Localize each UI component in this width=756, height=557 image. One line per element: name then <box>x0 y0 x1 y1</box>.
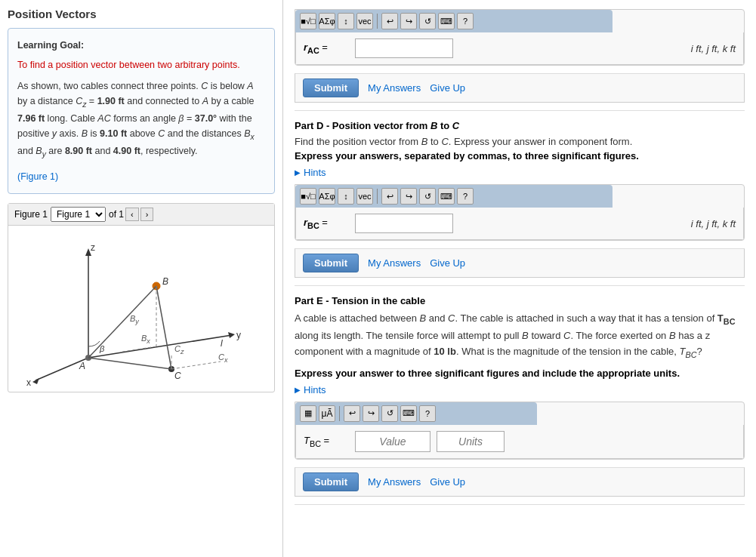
svg-line-3 <box>88 335 232 358</box>
part-d-section: Part D - Position vector from B to C Fin… <box>295 111 745 286</box>
part-e-title: Part E - Tension in the cable <box>295 295 745 306</box>
figure-link[interactable]: (Figure 1) <box>17 169 265 184</box>
part-e-mu-icon[interactable]: μÃ <box>319 405 335 422</box>
part-e-submit-row: Submit My Answers Give Up <box>295 467 745 497</box>
part-e-input-row: TBC = <box>295 425 744 459</box>
part-c-label: rAC = <box>304 42 349 55</box>
part-d-input-row: rBC = i ft, j ft, k ft <box>295 208 744 240</box>
figure-of: of 1 <box>109 209 124 220</box>
arrows-icon[interactable]: ↕ <box>338 13 354 29</box>
part-d-submit-row: Submit My Answers Give Up <box>295 248 745 278</box>
part-d-give-up-link[interactable]: Give Up <box>430 257 465 269</box>
part-e-hints-link[interactable]: Hints <box>295 384 326 395</box>
svg-text:By: By <box>130 314 139 325</box>
svg-text:z: z <box>91 242 95 253</box>
part-c-submit-row: Submit My Answers Give Up <box>295 73 745 103</box>
part-d-my-answers-link[interactable]: My Answers <box>368 257 421 269</box>
part-e-redo-icon[interactable]: ↪ <box>363 405 379 422</box>
figure-prev-button[interactable]: ‹ <box>125 208 139 221</box>
part-d-keyboard-icon[interactable]: ⌨ <box>438 188 455 205</box>
svg-text:y: y <box>236 330 241 340</box>
part-e-units-input[interactable] <box>437 431 505 452</box>
part-c-input-row: rAC = i ft, j ft, k ft <box>295 32 744 65</box>
part-d-redo-icon[interactable]: ↪ <box>400 188 417 205</box>
help-icon[interactable]: ? <box>457 13 474 29</box>
figure-header: Figure 1 Figure 1 of 1 ‹ › <box>8 204 274 226</box>
part-d-arrows-icon[interactable]: ↕ <box>338 188 354 205</box>
part-d-title: Part D - Position vector from B to C <box>295 120 745 131</box>
svg-line-15 <box>88 358 171 369</box>
part-d-reset-icon[interactable]: ↺ <box>419 188 436 205</box>
part-d-label: Part D - Position vector from B to C <box>295 120 459 131</box>
right-panel: ■√□ ΑΣφ ↕ vec ↩ ↪ ↺ ⌨ ? rAC = i ft, j ft… <box>283 0 756 557</box>
part-e-grid-icon[interactable]: ▦ <box>300 405 316 422</box>
part-d-input[interactable] <box>355 214 453 233</box>
part-e-instruction: Express your answer to three significant… <box>295 368 745 379</box>
figure-label: Figure 1 <box>14 209 48 220</box>
part-e-value-input[interactable] <box>355 431 430 452</box>
part-d-answer-box: ■√□ ΑΣφ ↕ vec ↩ ↪ ↺ ⌨ ? rBC = i ft, j ft… <box>295 184 745 241</box>
redo-icon[interactable]: ↪ <box>400 13 417 29</box>
part-d-instruction: Express your answers, separated by comma… <box>295 150 745 162</box>
part-d-undo-icon[interactable]: ↩ <box>381 188 398 205</box>
part-c-submit-button[interactable]: Submit <box>303 78 359 97</box>
part-d-submit-button[interactable]: Submit <box>303 254 359 272</box>
svg-text:Cz: Cz <box>174 344 184 355</box>
svg-marker-4 <box>228 332 235 338</box>
reset-icon[interactable]: ↺ <box>419 13 436 29</box>
part-e-reset-icon[interactable]: ↺ <box>381 405 398 422</box>
part-e-help-icon[interactable]: ? <box>419 405 436 422</box>
part-d-hints-link[interactable]: Hints <box>295 167 326 178</box>
part-d-help-icon[interactable]: ? <box>457 188 474 205</box>
part-d-toolbar: ■√□ ΑΣφ ↕ vec ↩ ↪ ↺ ⌨ ? <box>295 185 613 208</box>
left-panel: Position Vectors Learning Goal: To find … <box>0 0 283 557</box>
part-c-give-up-link[interactable]: Give Up <box>430 82 465 94</box>
part-d-greek-icon[interactable]: ΑΣφ <box>319 188 335 205</box>
part-e-label: TBC = <box>304 435 349 448</box>
svg-text:B: B <box>162 276 168 287</box>
svg-line-18 <box>171 362 221 369</box>
part-d-vec-icon[interactable]: vec <box>356 188 373 205</box>
part-c-toolbar: ■√□ ΑΣφ ↕ vec ↩ ↪ ↺ ⌨ ? <box>295 10 613 32</box>
figure-select[interactable]: Figure 1 <box>51 207 106 222</box>
part-e-text: A cable is attached between B and C. The… <box>295 311 745 362</box>
undo-icon[interactable]: ↩ <box>381 13 398 29</box>
figure-next-button[interactable]: › <box>140 208 154 221</box>
part-e-undo-icon[interactable]: ↩ <box>344 405 360 422</box>
figure-container: Figure 1 Figure 1 of 1 ‹ › z y <box>8 203 275 392</box>
vec-icon[interactable]: vec <box>356 13 373 29</box>
figure-body: z y x A C B <box>8 226 274 392</box>
part-c-my-answers-link[interactable]: My Answers <box>368 82 421 94</box>
part-e-keyboard-icon[interactable]: ⌨ <box>400 405 417 422</box>
keyboard-icon[interactable]: ⌨ <box>438 13 455 29</box>
figure-diagram: z y x A C B <box>13 229 270 388</box>
part-d-unit: i ft, j ft, k ft <box>691 218 736 229</box>
svg-text:β: β <box>99 344 105 353</box>
part-c-answer-box: ■√□ ΑΣφ ↕ vec ↩ ↪ ↺ ⌨ ? rAC = i ft, j ft… <box>295 9 745 66</box>
page-title: Position Vectors <box>8 8 275 20</box>
part-d-subtitle: Find the position vector from B to C. Ex… <box>295 136 745 147</box>
part-e-my-answers-link[interactable]: My Answers <box>368 476 421 488</box>
svg-text:Cx: Cx <box>218 352 228 364</box>
greek-icon[interactable]: ΑΣφ <box>319 13 335 29</box>
part-e-toolbar: ▦ μÃ ↩ ↪ ↺ ⌨ ? <box>295 402 537 425</box>
part-d-label: rBC = <box>304 217 349 230</box>
part-e-answer-box: ▦ μÃ ↩ ↪ ↺ ⌨ ? TBC = <box>295 402 745 460</box>
matrix-icon[interactable]: ■√□ <box>300 13 316 29</box>
part-d-toolbar-sep-1 <box>377 189 378 204</box>
part-c-input[interactable] <box>355 38 453 58</box>
svg-line-17 <box>156 286 171 369</box>
part-e-label: Part E - Tension in the cable <box>295 295 425 306</box>
part-e-give-up-link[interactable]: Give Up <box>430 476 465 488</box>
svg-text:l: l <box>221 338 223 349</box>
part-e-submit-button[interactable]: Submit <box>303 472 359 491</box>
svg-text:A: A <box>79 361 85 371</box>
part-e-section: Part E - Tension in the cable A cable is… <box>295 286 745 505</box>
svg-line-16 <box>88 286 156 358</box>
svg-line-23 <box>122 346 156 352</box>
part-c-unit: i ft, j ft, k ft <box>691 43 736 54</box>
goal-text: To find a position vector between two ar… <box>17 57 265 72</box>
svg-text:x: x <box>26 377 31 388</box>
svg-text:Bx: Bx <box>141 334 150 345</box>
part-d-matrix-icon[interactable]: ■√□ <box>300 188 316 205</box>
